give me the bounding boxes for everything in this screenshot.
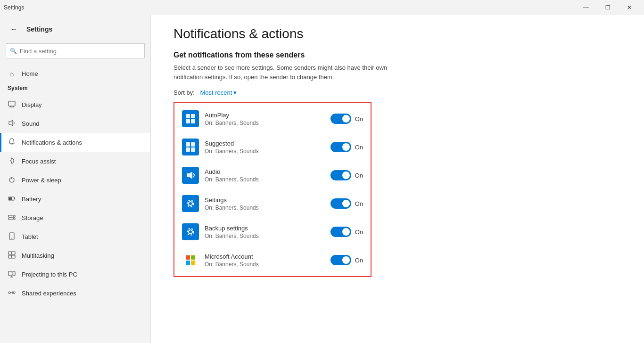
svg-point-26 [8,292,10,294]
sidebar-item-focus[interactable]: Focus assist [0,152,150,171]
notifications-sender-list: AutoPlay On: Banners, Sounds On Suggeste… [173,102,372,277]
notif-item-autoplay[interactable]: AutoPlay On: Banners, Sounds On [174,105,371,133]
sidebar-item-battery-label: Battery [22,196,41,203]
titlebar: Settings — ❐ ✕ [0,0,644,15]
autoplay-toggle[interactable] [330,114,351,124]
suggested-toggle-group: On [330,142,363,152]
svg-point-14 [13,218,14,219]
close-button[interactable]: ✕ [619,0,640,15]
autoplay-icon [182,110,199,127]
backup-info: Backup settings On: Banners, Sounds [205,225,325,239]
settings-toggle-group: On [330,198,363,209]
sort-arrow-icon: ▾ [233,89,237,96]
sort-label: Sort by: [173,89,195,96]
backup-name: Backup settings [205,225,325,232]
search-box[interactable]: 🔍 [6,43,145,58]
microsoft-account-toggle[interactable] [330,255,351,265]
sidebar-item-projecting-label: Projecting to this PC [22,271,77,278]
multitasking-icon [8,251,16,260]
sidebar-item-display-label: Display [22,101,42,108]
microsoft-account-status: On: Banners, Sounds [205,261,325,268]
backup-toggle-label: On [355,229,363,236]
svg-point-13 [13,216,14,217]
search-input[interactable] [20,48,140,55]
sidebar-item-shared-label: Shared experiences [22,290,76,297]
back-button[interactable]: ← [8,23,21,36]
settings-info: Settings On: Banners, Sounds [205,196,325,211]
svg-rect-21 [8,271,15,276]
sidebar-item-multitasking[interactable]: Multitasking [0,246,150,265]
svg-rect-0 [8,101,15,106]
sidebar-app-title: Settings [26,25,52,33]
svg-marker-4 [9,120,13,126]
sidebar-item-home[interactable]: ⌂ Home [0,64,150,83]
settings-toggle-label: On [355,200,363,207]
svg-point-38 [189,202,192,205]
sidebar-item-home-label: Home [22,70,38,77]
microsoft-account-name: Microsoft Account [205,253,325,260]
battery-icon [8,195,16,204]
sidebar-item-projecting[interactable]: Projecting to this PC [0,265,150,284]
sort-bar: Sort by: Most recent ▾ [173,89,621,96]
notifications-icon [8,138,16,147]
backup-toggle-group: On [330,227,363,237]
svg-rect-36 [191,147,195,152]
backup-icon [182,223,199,240]
sidebar-item-storage-label: Storage [22,214,43,221]
suggested-toggle[interactable] [330,142,351,152]
sidebar-item-battery[interactable]: Battery [0,189,150,208]
sort-value: Most recent [200,89,232,96]
sidebar-item-notifications[interactable]: Notifications & actions [0,133,150,152]
sidebar-item-sound[interactable]: Sound [0,114,150,133]
suggested-toggle-label: On [355,144,363,151]
search-icon: 🔍 [10,48,17,54]
sidebar-item-focus-label: Focus assist [22,158,56,165]
microsoft-account-toggle-group: On [330,255,363,265]
autoplay-toggle-group: On [330,114,363,124]
sort-dropdown[interactable]: Most recent ▾ [200,89,237,96]
autoplay-name: AutoPlay [205,112,325,119]
sidebar-item-notifications-label: Notifications & actions [22,139,82,146]
sidebar-item-power[interactable]: Power & sleep [0,171,150,189]
suggested-name: Suggested [205,140,325,147]
audio-status: On: Banners, Sounds [205,176,325,183]
notif-item-audio[interactable]: Audio On: Banners, Sounds On [174,161,371,189]
sidebar: ← Settings 🔍 ⌂ Home System Display [0,0,151,343]
maximize-button[interactable]: ❐ [597,0,619,15]
svg-rect-29 [186,114,190,118]
suggested-status: On: Banners, Sounds [205,148,325,155]
audio-info: Audio On: Banners, Sounds [205,168,325,183]
autoplay-status: On: Banners, Sounds [205,120,325,126]
minimize-button[interactable]: — [575,0,597,15]
svg-point-40 [189,230,192,234]
microsoft-account-toggle-label: On [355,257,363,264]
notif-item-settings[interactable]: Settings On: Banners, Sounds On [174,189,371,218]
titlebar-left: Settings [4,4,24,11]
microsoft-account-info: Microsoft Account On: Banners, Sounds [205,253,325,268]
focus-icon [8,157,16,166]
settings-toggle[interactable] [330,198,351,209]
settings-name: Settings [205,196,325,204]
svg-rect-35 [186,147,190,152]
notif-item-microsoft-account[interactable]: Microsoft Account On: Banners, Sounds On [174,246,371,274]
sidebar-item-display[interactable]: Display [0,95,150,114]
audio-toggle[interactable] [330,170,351,180]
autoplay-toggle-label: On [355,115,363,122]
notif-item-suggested[interactable]: Suggested On: Banners, Sounds On [174,133,371,161]
titlebar-controls: — ❐ ✕ [575,0,640,15]
svg-rect-17 [8,252,12,254]
sound-icon [8,119,16,128]
main-content: Notifications & actions Get notification… [151,0,644,343]
suggested-info: Suggested On: Banners, Sounds [205,140,325,155]
backup-toggle[interactable] [330,227,351,237]
sidebar-item-storage[interactable]: Storage [0,208,150,227]
svg-rect-30 [191,114,195,118]
svg-line-25 [12,273,13,275]
audio-toggle-group: On [330,170,363,180]
sidebar-header: ← Settings [0,15,150,40]
notif-item-backup[interactable]: Backup settings On: Banners, Sounds On [174,218,371,246]
sidebar-item-shared[interactable]: Shared experiences [0,284,150,302]
svg-rect-18 [12,252,15,254]
sidebar-item-tablet[interactable]: Tablet [0,227,150,246]
shared-icon [8,289,16,298]
